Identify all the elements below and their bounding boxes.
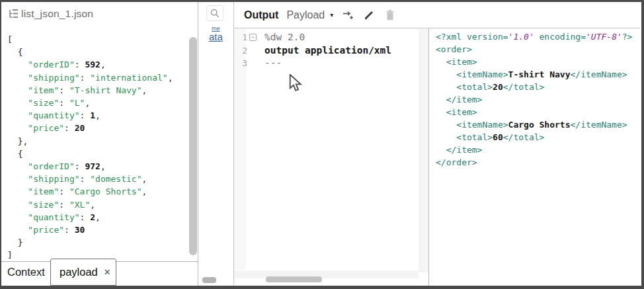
search-icon: [210, 8, 220, 19]
input-panel: list_json_1.json [ { "orderID": 592, "sh…: [1, 2, 198, 286]
tab-payload[interactable]: payload ✕: [50, 259, 116, 286]
mouse-cursor: [289, 74, 303, 95]
output-header-label: Output: [244, 9, 278, 21]
edit-pencil-icon[interactable]: [362, 9, 376, 22]
fold-marker-icon[interactable]: −: [249, 34, 257, 41]
transform-message-window: list_json_1.json [ { "orderID": 592, "sh…: [0, 0, 644, 289]
search-box[interactable]: [206, 5, 223, 21]
tree-structure-icon: [7, 7, 20, 20]
dataweave-code[interactable]: 1%dw 2.02output application/xml3---: [238, 31, 391, 70]
tab-context[interactable]: Context: [7, 266, 45, 278]
metadata-link-line2[interactable]: ata: [209, 31, 223, 42]
input-tree-strip: me ata: [198, 2, 234, 286]
tab-payload-label: payload: [60, 266, 98, 278]
strip-horizontal-scrollbar[interactable]: [202, 277, 216, 283]
chevron-down-icon[interactable]: ▾: [330, 11, 333, 19]
script-vertical-scrollbar-track[interactable]: [419, 29, 428, 272]
dataweave-script-panel: 1%dw 2.02output application/xml3--- −: [234, 28, 428, 286]
output-header: Output Payload ▾: [234, 2, 640, 28]
payload-target-label[interactable]: Payload: [286, 9, 325, 21]
preview-panel: <?xml version='1.0' encoding='UTF-8'?><o…: [428, 28, 640, 286]
input-file-title: list_json_1.json: [21, 8, 93, 20]
add-target-icon[interactable]: [341, 9, 354, 22]
script-horizontal-scrollbar[interactable]: [266, 276, 322, 282]
input-vertical-scrollbar[interactable]: [189, 37, 197, 255]
close-icon[interactable]: ✕: [104, 267, 111, 277]
xml-preview-code[interactable]: <?xml version='1.0' encoding='UTF-8'?><o…: [436, 30, 632, 169]
input-json-code[interactable]: [ { "orderID": 592, "shipping": "interna…: [7, 33, 173, 262]
script-horizontal-scrollbar-track[interactable]: [234, 270, 419, 278]
delete-trash-icon[interactable]: [383, 9, 397, 22]
